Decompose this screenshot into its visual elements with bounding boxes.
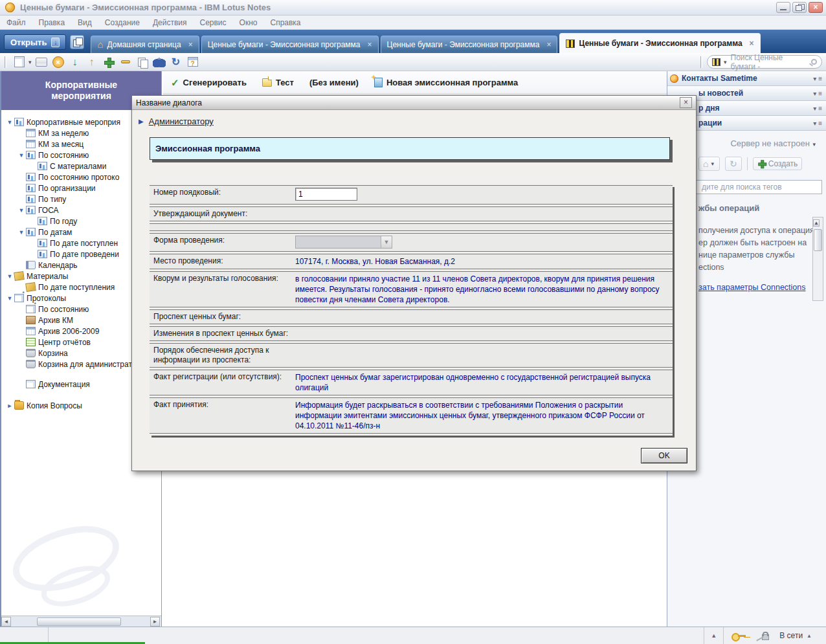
menu-Действия[interactable]: Действия bbox=[153, 18, 187, 27]
panel-header-1[interactable]: Контакты Sametime▾ ≡ bbox=[667, 71, 826, 86]
scrollbar-thumb[interactable] bbox=[814, 229, 822, 251]
tab-close-icon[interactable]: × bbox=[188, 40, 193, 49]
window-thumbnails-button[interactable] bbox=[70, 35, 84, 49]
archive-icon bbox=[26, 316, 36, 324]
action-тест[interactable]: Тест bbox=[262, 78, 294, 87]
open-dropdown-icon[interactable]: ↓ bbox=[51, 38, 60, 47]
menu-Вид[interactable]: Вид bbox=[78, 18, 92, 27]
tab-close-icon[interactable]: × bbox=[546, 40, 551, 49]
report-icon bbox=[26, 338, 36, 346]
save-down-icon[interactable]: ↓ bbox=[69, 56, 82, 69]
status-popup-icon[interactable]: ▲ bbox=[704, 627, 724, 644]
menu-Правка[interactable]: Правка bbox=[39, 18, 65, 27]
search-handle[interactable] bbox=[700, 56, 702, 68]
refresh-button[interactable]: ↻ bbox=[725, 157, 742, 171]
scroll-up-icon[interactable]: ▲ bbox=[813, 219, 820, 227]
find-icon[interactable] bbox=[153, 57, 166, 67]
tab-close-icon[interactable]: × bbox=[750, 39, 754, 48]
tree-item-label: С материалами bbox=[50, 162, 106, 171]
highlight-icon[interactable] bbox=[121, 60, 130, 63]
twistie-down-icon[interactable]: ▼ bbox=[5, 295, 14, 302]
new-document-dropdown-icon[interactable]: ▾ bbox=[28, 59, 32, 65]
field-label: Форма проведения: bbox=[150, 235, 295, 250]
security-key-icon[interactable] bbox=[731, 633, 746, 639]
view-icon bbox=[26, 206, 36, 214]
home-button[interactable]: ⌂▾ bbox=[698, 157, 720, 171]
menu-Сервис[interactable]: Сервис bbox=[199, 18, 226, 27]
search-input[interactable]: ▾ Поиск Ценные бумаги - bbox=[707, 55, 822, 69]
panel-collapse-icon[interactable]: ▾ ≡ bbox=[813, 75, 826, 82]
twistie-right-icon[interactable]: ► bbox=[5, 403, 14, 409]
field-label bbox=[150, 225, 295, 229]
create-button[interactable]: Создать bbox=[753, 157, 803, 170]
panel-collapse-icon[interactable]: ▾ ≡ bbox=[813, 120, 826, 127]
field-input[interactable] bbox=[295, 188, 357, 201]
twistie-down-icon[interactable]: ▼ bbox=[17, 229, 26, 236]
twistie-down-icon[interactable]: ▼ bbox=[17, 152, 26, 159]
status-message-area[interactable] bbox=[49, 627, 704, 644]
twistie-down-icon[interactable]: ▼ bbox=[5, 119, 14, 126]
tab-4[interactable]: Ценные бумаги - Эмиссионная программа× bbox=[559, 33, 760, 53]
search-icon[interactable] bbox=[811, 59, 817, 65]
view-icon bbox=[38, 250, 47, 258]
search-scope-icon[interactable] bbox=[712, 58, 720, 66]
view-icon bbox=[38, 217, 47, 225]
administrator-link[interactable]: Администратору bbox=[149, 117, 214, 126]
new-document-icon[interactable] bbox=[14, 56, 25, 67]
signature-lock-icon[interactable] bbox=[756, 632, 769, 640]
search-scope-dropdown-icon[interactable]: ▾ bbox=[724, 59, 727, 65]
send-up-icon[interactable]: ↑ bbox=[85, 56, 98, 69]
paragraph-line: ections bbox=[698, 261, 820, 274]
tree-item-label: По дате поступлен bbox=[50, 239, 118, 248]
panel-collapse-icon[interactable]: ▾ ≡ bbox=[813, 105, 826, 112]
scrollbar-thumb[interactable] bbox=[37, 617, 121, 626]
action-сгенерировать[interactable]: ✓Сгенерировать bbox=[171, 77, 247, 89]
minimize-button[interactable] bbox=[776, 2, 790, 13]
tab-close-icon[interactable]: × bbox=[368, 40, 372, 49]
open-button[interactable]: Открыть ↓ bbox=[4, 34, 66, 50]
menu-Окно[interactable]: Окно bbox=[240, 18, 258, 27]
stop-icon[interactable]: × bbox=[52, 56, 64, 68]
toolbar-handle[interactable] bbox=[5, 56, 6, 68]
ok-button[interactable]: OK bbox=[641, 448, 687, 463]
menu-Файл[interactable]: Файл bbox=[6, 18, 26, 27]
twistie-down-icon[interactable]: ▼ bbox=[17, 207, 26, 214]
check-icon: ✓ bbox=[171, 77, 179, 89]
server-status[interactable]: Сервер не настроен ▾ bbox=[730, 139, 817, 148]
scroll-left-icon[interactable]: ◄ bbox=[1, 617, 11, 627]
action-новая-эмиссионная-программа[interactable]: Новая эмиссионная программа bbox=[374, 78, 518, 87]
tree-item-label: Копия Вопросы bbox=[27, 401, 82, 410]
dialog-close-icon[interactable]: × bbox=[680, 97, 692, 108]
panel-scrollbar[interactable]: ▲ bbox=[812, 217, 823, 301]
close-button[interactable]: × bbox=[809, 2, 823, 13]
scroll-right-icon[interactable]: ► bbox=[150, 617, 160, 627]
sidebar-horizontal-scrollbar[interactable]: ◄ ► bbox=[1, 616, 161, 627]
restore-button[interactable] bbox=[792, 2, 807, 13]
online-status[interactable]: В сети ▲ bbox=[779, 631, 818, 640]
tab-2[interactable]: Ценные бумаги - Эмиссионная программа× bbox=[201, 36, 379, 53]
status-bar: ▲ В сети ▲ bbox=[0, 627, 826, 644]
home-icon: ⌂ bbox=[97, 40, 103, 49]
twistie-down-icon[interactable]: ▼ bbox=[5, 273, 14, 280]
refresh-icon: ↻ bbox=[730, 159, 737, 169]
connections-settings-link[interactable]: зать параметры Connections bbox=[698, 283, 806, 292]
menu-Создание[interactable]: Создание bbox=[105, 18, 140, 27]
refresh-icon[interactable]: ↻ bbox=[170, 56, 183, 69]
tab-3[interactable]: Ценные бумаги - Эмиссионная программа× bbox=[381, 36, 558, 53]
menu-Справка[interactable]: Справка bbox=[270, 18, 300, 27]
calendar-help-icon[interactable]: ? bbox=[188, 57, 198, 67]
print-icon[interactable] bbox=[36, 58, 47, 67]
server-dropdown-icon[interactable]: ▾ bbox=[812, 141, 816, 148]
plus-icon bbox=[758, 160, 765, 167]
chevron-down-icon[interactable]: ▼ bbox=[381, 236, 392, 248]
tab-label: Домашняя страница bbox=[107, 40, 181, 49]
add-icon[interactable] bbox=[104, 58, 113, 67]
tab-1[interactable]: ⌂Домашняя страница× bbox=[91, 36, 199, 53]
twistie-icon[interactable]: ▶ bbox=[139, 118, 144, 125]
panel-collapse-icon[interactable]: ▾ ≡ bbox=[813, 90, 826, 97]
paragraph-line: нице параметров службы bbox=[698, 249, 820, 261]
copy-icon[interactable] bbox=[137, 57, 148, 67]
dialog-title-bar[interactable]: Название диалога × bbox=[132, 96, 696, 110]
lotus-notes-window: Ценные бумаги - Эмиссионная программа - … bbox=[0, 0, 826, 644]
field-select[interactable]: ▼ bbox=[295, 236, 392, 249]
